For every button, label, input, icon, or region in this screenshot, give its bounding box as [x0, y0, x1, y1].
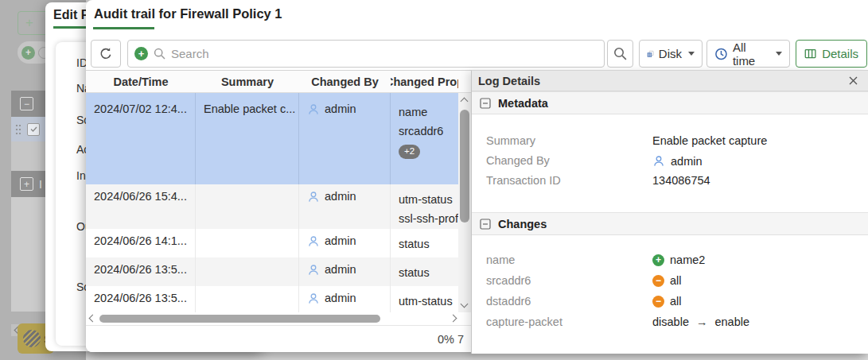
table-horizontal-scrollbar[interactable] [86, 312, 471, 325]
changed-by-value: admin [325, 263, 356, 276]
cell-changed-by: admin [299, 93, 391, 184]
table-row[interactable]: 2024/06/26 13:5... admin status [86, 257, 458, 286]
search-box[interactable] [127, 40, 605, 68]
row-checkbox[interactable] [27, 123, 40, 136]
added-icon [652, 254, 664, 266]
table-header: Date/Time Summary Changed By Changed Pro… [86, 70, 471, 93]
search-submit-button[interactable] [607, 40, 633, 68]
column-header-date[interactable]: Date/Time [86, 71, 196, 92]
user-icon [307, 235, 320, 248]
plus-icon: + [25, 15, 33, 31]
metadata-section-header[interactable]: Metadata [472, 91, 868, 114]
change-value: disable → enable [652, 315, 749, 328]
column-header-changed-by[interactable]: Changed By [299, 71, 391, 92]
change-attribute: dstaddr6 [486, 295, 652, 308]
title-underline [93, 27, 154, 29]
add-circle-icon [21, 46, 35, 60]
arrow-right-icon: → [695, 315, 710, 328]
cell-summary [196, 229, 299, 257]
changed-by-value: admin [325, 234, 356, 247]
removed-icon [652, 296, 664, 308]
changed-by-value: admin [325, 190, 356, 203]
scrollbar-thumb[interactable] [460, 110, 469, 223]
change-attribute: name [486, 254, 652, 266]
table-body: 2024/07/02 12:4... Enable packet c... ad… [86, 93, 458, 312]
cell-changed-by: admin [299, 286, 391, 312]
check-icon [29, 125, 38, 134]
user-icon [652, 155, 665, 168]
close-icon[interactable] [848, 75, 858, 86]
prop-name: srcaddr6 [399, 122, 458, 141]
changed-by-value: admin [325, 103, 356, 115]
more-props-badge: +2 [399, 145, 420, 159]
table-row[interactable]: 2024/06/26 14:1... admin status [86, 229, 458, 257]
scroll-left-icon[interactable] [89, 315, 97, 323]
column-header-changed-props[interactable]: Changed Prop [391, 71, 458, 92]
log-source-label: Disk [659, 47, 682, 60]
scroll-right-icon[interactable] [450, 315, 457, 323]
user-icon [307, 103, 320, 116]
cell-changed-props: status [391, 229, 458, 257]
cell-date: 2024/07/02 12:4... [86, 93, 196, 184]
detail-row: Summary Enable packet capture [486, 134, 767, 147]
search-icon [613, 47, 627, 60]
detail-value: 134086754 [652, 174, 710, 187]
search-input[interactable] [171, 47, 597, 60]
add-filter-icon[interactable] [134, 47, 148, 60]
cell-changed-by: admin [299, 257, 391, 286]
cell-changed-props: status [391, 257, 458, 286]
changed-by-value: admin [325, 292, 356, 304]
scroll-up-icon[interactable] [461, 98, 469, 106]
table-row[interactable]: 2024/06/26 15:4... admin utm-status ssl-… [86, 184, 458, 229]
collapse-icon[interactable] [480, 98, 491, 109]
metadata-section-title: Metadata [498, 97, 548, 110]
cell-changed-props: utm-status [391, 286, 458, 312]
pagination-status: 0% 7 [438, 333, 464, 346]
column-header-summary[interactable]: Summary [196, 71, 299, 92]
change-value: all [652, 274, 682, 287]
detail-value: admin [652, 154, 703, 168]
collapse-icon[interactable] [480, 219, 491, 230]
change-row: name name2 [486, 254, 705, 266]
details-label: Details [822, 47, 858, 60]
chevron-down-icon [688, 52, 695, 56]
chevron-down-icon [776, 52, 782, 56]
edit-policy-title: Edit P [53, 8, 89, 22]
change-row: srcaddr6 all [486, 274, 682, 287]
change-value: name2 [652, 254, 705, 266]
prop-name: name [399, 103, 458, 122]
cell-changed-props: utm-status ssl-ssh-prof [391, 184, 458, 229]
cell-date: 2024/06/26 13:5... [86, 286, 196, 312]
cell-changed-props: name srcaddr6 +2 [391, 93, 458, 184]
drag-grip-icon [15, 124, 21, 135]
change-from-value: disable [652, 315, 689, 328]
implicit-group-label: I [39, 178, 42, 191]
audit-trail-title: Audit trail for Firewall Policy 1 [94, 6, 282, 21]
audit-footer: 0% 7 [86, 325, 471, 352]
refresh-button[interactable] [91, 40, 121, 68]
time-range-dropdown[interactable]: All time [706, 40, 790, 68]
log-details-header: Log Details [472, 71, 868, 91]
removed-icon [652, 275, 664, 287]
table-vertical-scrollbar[interactable] [458, 93, 471, 312]
prop-name: status [399, 234, 458, 254]
scroll-down-icon[interactable] [461, 300, 469, 308]
scrollbar-thumb[interactable] [99, 315, 380, 323]
table-row[interactable]: 2024/07/02 12:4... Enable packet c... ad… [86, 93, 458, 184]
change-to-value: enable [714, 315, 749, 328]
details-toggle-button[interactable]: Details [796, 40, 867, 68]
detail-row: Transaction ID 134086754 [486, 174, 710, 187]
detail-label: Changed By [486, 154, 652, 168]
changes-section-title: Changes [498, 218, 547, 230]
prop-name: status [399, 263, 458, 282]
table-row[interactable]: 2024/06/26 13:5... admin utm-status [86, 286, 458, 312]
screen: + I [0, 0, 868, 360]
user-icon [307, 264, 320, 277]
table-columns-icon [804, 47, 816, 61]
time-range-label: All time [733, 41, 769, 68]
log-source-dropdown[interactable]: Disk [639, 40, 703, 68]
user-icon [307, 191, 320, 203]
changes-section-header[interactable]: Changes [472, 212, 868, 235]
prop-name: ssl-ssh-prof [399, 209, 458, 228]
change-row: dstaddr6 all [486, 295, 682, 308]
